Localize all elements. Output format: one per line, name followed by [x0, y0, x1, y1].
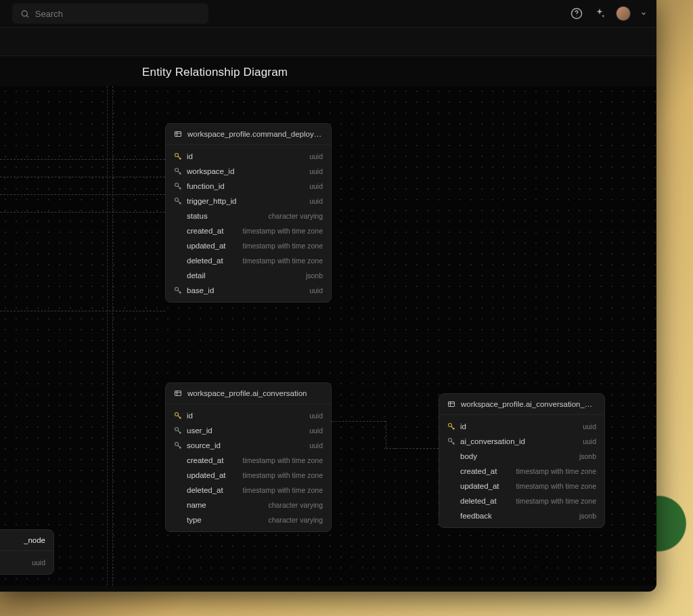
column-name: updated_at — [187, 242, 226, 250]
column-type: uuid — [583, 422, 596, 431]
column-type: uuid — [583, 437, 596, 445]
help-button[interactable] — [570, 7, 583, 20]
relation-line — [386, 448, 439, 449]
entity-card[interactable]: workspace_profile.ai_conversationiduuidu… — [165, 382, 332, 532]
column-type: uuid — [309, 197, 323, 205]
foreign-key-icon — [174, 426, 182, 435]
relation-line — [0, 311, 165, 311]
foreign-key-icon — [174, 182, 182, 190]
column-row: function_iduuid — [166, 179, 331, 194]
column-row: iduuid — [166, 408, 331, 423]
primary-key-icon — [174, 412, 182, 420]
column-row: iduuid — [166, 149, 331, 164]
column-row: updated_attimestamp with time zone — [166, 238, 331, 253]
blank-icon — [174, 486, 182, 494]
column-type: timestamp with time zone — [516, 467, 596, 475]
relation-line — [0, 212, 165, 213]
blank-icon — [174, 271, 182, 280]
column-name: workspace_id — [187, 167, 234, 175]
column-name: body — [460, 452, 477, 460]
column-type: character varying — [268, 212, 323, 220]
column-row: updated_attimestamp with time zone — [439, 479, 604, 493]
foreign-key-icon — [174, 197, 182, 205]
svg-rect-12 — [175, 391, 181, 396]
page-title: Entity Relationship Diagram — [0, 56, 656, 86]
blank-icon — [447, 497, 455, 505]
column-row: base_iduuid — [166, 283, 331, 298]
foreign-key-icon — [174, 441, 182, 449]
column-type: uuid — [309, 152, 323, 160]
entity-name: workspace_profile.ai_conversation_messag… — [461, 400, 596, 408]
relation-line — [0, 177, 165, 177]
column-row: source_iduuid — [166, 438, 331, 453]
column-type: jsonb — [579, 452, 596, 460]
column-row: deleted_attimestamp with time zone — [166, 253, 331, 268]
column-type: timestamp with time zone — [243, 456, 323, 464]
entity-card[interactable]: workspace_profile.ai_conversation_messag… — [439, 393, 605, 528]
erd-canvas[interactable]: _node uuid workspace_profile.command_dep… — [0, 86, 656, 586]
app-window: Entity Relationship Diagram _node uuid w… — [0, 0, 656, 592]
relation-line — [386, 421, 386, 448]
column-type: uuid — [309, 286, 323, 294]
column-name: updated_at — [460, 482, 499, 490]
topbar-actions — [570, 6, 647, 21]
column-type: timestamp with time zone — [243, 471, 323, 479]
column-row: iduuid — [439, 419, 604, 434]
blank-icon — [174, 501, 182, 509]
blank-icon — [174, 456, 182, 464]
blank-icon — [174, 227, 182, 235]
blank-icon — [174, 257, 182, 265]
blank-icon — [174, 212, 182, 220]
chevron-down-icon[interactable] — [640, 10, 647, 17]
user-avatar[interactable] — [616, 6, 631, 21]
column-type: character varying — [268, 516, 323, 524]
column-row: feedbackjsonb — [439, 508, 604, 523]
column-name: detail — [187, 271, 206, 280]
column-name: status — [187, 212, 208, 220]
entity-header: _node — [0, 530, 53, 551]
entity-name-suffix: _node — [24, 536, 45, 544]
column-row: updated_attimestamp with time zone — [166, 468, 331, 483]
help-icon — [571, 7, 583, 20]
relation-line — [0, 194, 165, 195]
secondary-bar — [0, 28, 656, 56]
column-type: uuid — [309, 426, 323, 435]
sparkle-icon — [594, 7, 606, 20]
column-name: id — [187, 152, 193, 160]
column-row: deleted_attimestamp with time zone — [166, 483, 331, 498]
column-type: timestamp with time zone — [243, 227, 323, 235]
column-type: jsonb — [579, 512, 596, 520]
blank-icon — [447, 467, 455, 475]
foreign-key-icon — [447, 437, 455, 445]
column-type: timestamp with time zone — [243, 257, 323, 265]
column-type: uuid — [309, 412, 323, 420]
column-type: character varying — [268, 501, 323, 509]
column-type: uuid — [309, 441, 323, 449]
column-type: uuid — [32, 558, 45, 567]
blank-icon — [447, 452, 455, 460]
column-type: timestamp with time zone — [516, 497, 596, 505]
svg-point-3 — [576, 16, 577, 16]
column-name: type — [187, 516, 202, 524]
entity-name: workspace_profile.command_deployment — [187, 130, 323, 138]
svg-line-1 — [26, 16, 28, 18]
column-type: timestamp with time zone — [516, 482, 596, 490]
entity-header: workspace_profile.command_deployment — [166, 124, 331, 145]
column-row: created_attimestamp with time zone — [166, 453, 331, 468]
column-row: deleted_attimestamp with time zone — [439, 493, 604, 508]
svg-point-0 — [22, 10, 27, 16]
blank-icon — [447, 482, 455, 490]
column-name: ai_conversation_id — [460, 437, 525, 445]
column-row: created_attimestamp with time zone — [166, 223, 331, 238]
blank-icon — [174, 471, 182, 479]
entity-card-partial[interactable]: _node uuid — [0, 529, 54, 575]
column-name: feedback — [460, 512, 492, 520]
search-input[interactable] — [35, 9, 200, 19]
foreign-key-icon — [174, 286, 182, 294]
column-row: typecharacter varying — [166, 512, 331, 527]
search-box[interactable] — [12, 3, 208, 24]
relation-line — [0, 159, 165, 160]
ai-sparkle-button[interactable] — [593, 7, 606, 20]
svg-rect-4 — [175, 132, 181, 137]
entity-card[interactable]: workspace_profile.command_deploymentiduu… — [165, 123, 332, 303]
